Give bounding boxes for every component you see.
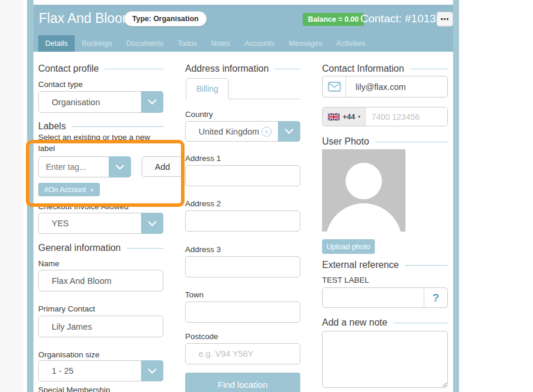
address1-input[interactable] xyxy=(186,166,300,186)
user-photo-placeholder xyxy=(322,149,405,232)
chevron-down-icon xyxy=(285,129,293,134)
help-button[interactable]: ? xyxy=(424,288,447,307)
address2-label: Address 2 xyxy=(185,199,221,208)
details-content: Contact profile Contact type Organisatio… xyxy=(33,52,453,392)
address2-input[interactable] xyxy=(186,211,300,231)
tab-notes[interactable]: Notes xyxy=(204,35,237,52)
contact-type-label: Contact type xyxy=(38,80,83,89)
tab-messages[interactable]: Messages xyxy=(281,35,329,52)
tab-billing[interactable]: Billing xyxy=(186,78,229,99)
find-location-button[interactable]: Find location xyxy=(185,373,300,392)
upload-photo-button[interactable]: Upload photo xyxy=(322,239,375,254)
postcode-label: Postcode xyxy=(185,332,218,341)
contact-header: Flax And Bloom Type: Organisation Balanc… xyxy=(33,5,453,52)
contact-type-dropdown-button[interactable] xyxy=(141,91,163,113)
name-field-box xyxy=(38,270,163,292)
name-input[interactable] xyxy=(39,270,163,291)
email-field-group xyxy=(322,76,448,98)
envelope-icon xyxy=(328,82,341,92)
more-options-button[interactable]: ••• xyxy=(437,12,453,26)
heading-rule xyxy=(127,248,163,249)
address1-field-box xyxy=(185,165,300,186)
name-label: Name xyxy=(38,259,59,268)
address1-label: Address 1 xyxy=(185,154,221,163)
country-select[interactable]: United Kingdom × xyxy=(185,121,300,142)
external-reference-heading: External reference xyxy=(322,260,448,270)
organisation-size-dropdown-button[interactable] xyxy=(141,360,163,381)
avatar-torso-shape xyxy=(326,203,402,232)
new-note-textarea[interactable] xyxy=(322,331,448,388)
contact-type-badge: Type: Organisation xyxy=(124,11,207,26)
address-tabbar: Billing xyxy=(185,78,300,99)
checkout-invoice-select[interactable]: YES xyxy=(38,213,163,234)
page-title: Flax And Bloom xyxy=(39,11,133,26)
address3-input[interactable] xyxy=(186,257,300,277)
contact-reference: Contact: #101363 xyxy=(360,12,448,25)
chevron-down-icon xyxy=(148,99,156,105)
external-reference-field-group: ? xyxy=(322,287,448,308)
tab-bookings[interactable]: Bookings xyxy=(75,35,119,52)
organisation-size-label: Organisation size xyxy=(38,350,99,359)
checkout-invoice-label: Checkout Invoice Allowed xyxy=(38,202,129,211)
contact-profile-heading: Contact profile xyxy=(38,63,163,74)
postcode-field-box xyxy=(185,343,300,364)
address2-field-box xyxy=(185,210,300,232)
heading-rule xyxy=(405,265,448,266)
labels-helper-text: Select an existing or type a new label xyxy=(38,132,163,154)
add-tag-button[interactable]: Add xyxy=(142,156,183,177)
chevron-down-icon xyxy=(148,221,156,226)
address-information-heading: Address information xyxy=(185,63,300,74)
heading-rule xyxy=(274,69,300,69)
primary-contact-input[interactable] xyxy=(39,316,163,337)
contact-information-heading: Contact Information xyxy=(322,63,448,74)
tab-todos[interactable]: Todos xyxy=(170,35,204,52)
ellipsis-icon: ••• xyxy=(441,15,450,22)
tab-accounts[interactable]: Accounts xyxy=(237,35,281,52)
tab-details[interactable]: Details xyxy=(38,35,75,52)
contact-details-page: Flax And Bloom Type: Organisation Balanc… xyxy=(0,0,533,392)
general-information-heading: General information xyxy=(38,243,163,253)
town-label: Town xyxy=(185,290,204,299)
external-reference-input[interactable] xyxy=(323,288,424,307)
phone-country-selector[interactable]: +44 ▾ xyxy=(323,108,366,126)
chevron-down-icon xyxy=(116,165,124,170)
user-photo-heading: User Photo xyxy=(322,136,448,147)
external-reference-label: TEST LABEL xyxy=(322,276,369,284)
tag-input[interactable] xyxy=(39,157,108,177)
email-icon-cell xyxy=(323,76,346,97)
contact-type-select[interactable]: Organisation xyxy=(38,91,163,113)
heading-rule xyxy=(72,126,163,127)
caret-down-icon: ▾ xyxy=(358,114,360,119)
tab-activities[interactable]: Activities xyxy=(329,35,372,52)
tag-combobox[interactable] xyxy=(38,156,131,177)
heading-rule xyxy=(410,69,448,69)
clear-country-icon[interactable]: × xyxy=(262,126,271,136)
checkout-invoice-dropdown-button[interactable] xyxy=(141,213,163,234)
right-border-strip xyxy=(453,0,459,392)
balance-badge: Balance = 0.00 xyxy=(303,13,364,26)
postcode-input[interactable] xyxy=(186,344,300,364)
question-mark-icon: ? xyxy=(433,292,440,304)
address3-label: Address 3 xyxy=(185,245,221,254)
tag-chip-label: #On Account xyxy=(44,186,86,194)
tag-dropdown-button[interactable] xyxy=(109,156,131,177)
tab-documents[interactable]: Documents xyxy=(119,35,170,52)
town-input[interactable] xyxy=(186,302,300,322)
primary-contact-field-box xyxy=(38,316,163,337)
left-border-strip xyxy=(27,0,33,392)
country-label: Country xyxy=(185,110,213,119)
tag-chip-on-account[interactable]: #On Account × xyxy=(38,183,100,196)
country-dropdown-button[interactable] xyxy=(278,121,300,142)
address3-field-box xyxy=(185,256,300,277)
contact-tabs: Details Bookings Documents Todos Notes A… xyxy=(38,35,373,52)
add-note-heading: Add a new note xyxy=(322,317,448,328)
organisation-size-select[interactable]: 1 - 25 xyxy=(38,360,163,381)
phone-input[interactable] xyxy=(366,108,447,126)
labels-heading: Labels xyxy=(38,121,163,132)
email-input[interactable] xyxy=(346,76,447,97)
outer-background xyxy=(0,0,24,392)
chevron-down-icon xyxy=(148,368,156,374)
remove-tag-icon[interactable]: × xyxy=(90,186,94,193)
heading-rule xyxy=(105,69,163,69)
phone-field-group: +44 ▾ xyxy=(322,107,448,126)
